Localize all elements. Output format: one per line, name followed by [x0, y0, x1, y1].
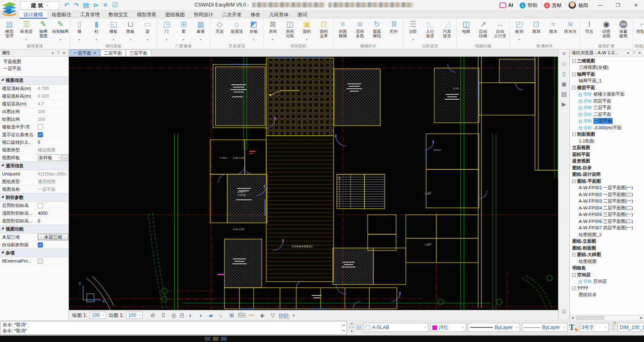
pin-icon[interactable]: ⊤	[631, 51, 637, 55]
ribbon-item-门[interactable]: ◳门▾	[158, 19, 175, 41]
prop-value[interactable]: 100	[38, 117, 45, 122]
prop-button-本层三维[interactable]: 本层三维	[38, 234, 68, 240]
color-combo[interactable]: 洋红˅	[430, 323, 466, 332]
ribbon-item-板洞[interactable]: ◰板洞▾	[511, 19, 528, 41]
copy-sheet-icon[interactable]: ▣	[561, 81, 567, 87]
layer-combo[interactable]: A-SLAB˅	[364, 323, 428, 332]
command-line[interactable]: 命令: *取消* 命令: *取消* ▲▼	[0, 321, 347, 335]
snap-center-icon[interactable]: ◎	[169, 312, 178, 318]
tree-node-A-W-FP002 一层平面图(二)[interactable]: A-W-FP002 一层平面图(二)	[570, 191, 644, 198]
tree-node-面积平面[interactable]: 面积平面	[570, 151, 644, 158]
command-scrollbar[interactable]: ▲▼	[341, 322, 346, 334]
ribbon-item-房间[interactable]: ⊠房间▾	[264, 19, 281, 41]
ribbon-item-面积[interactable]: ▣面积▾	[298, 19, 315, 41]
prop-checkbox[interactable]	[38, 203, 43, 208]
lock-icon[interactable]	[180, 315, 184, 318]
ribbon-item-散水[interactable]: ≈散水	[545, 19, 562, 38]
tree-node-楼层平面[interactable]: −楼层平面	[570, 84, 644, 91]
linetype-combo[interactable]: ByLayer˅	[468, 323, 520, 332]
out-scale-combo[interactable]: 100˅	[126, 312, 143, 319]
prop-value[interactable]: 0.000	[38, 94, 49, 98]
menu-tab-测试[interactable]: 测试	[293, 11, 311, 19]
collaborators-icon[interactable]: ☺	[561, 60, 567, 67]
tree-node-A-W-FP004 二层平面图(二)[interactable]: A-W-FP004 二层平面图(二)	[570, 205, 644, 212]
expand-icon[interactable]: −	[572, 86, 576, 90]
tree-node-空间层[interactable]: −空间层	[570, 271, 644, 278]
tree-node-三维视图[interactable]: −三维视图	[570, 58, 644, 64]
tree-node--3.000(m)平面[interactable]: 非标-3.000(m)平面	[570, 124, 644, 131]
drawing-canvas[interactable]: S-FB-C2109S-FB-C2109大堂设备检修通道灯±0.000-0.05…	[69, 57, 558, 310]
ribbon-item-楼板[interactable]: ◱楼板▾	[105, 19, 122, 41]
section-视图信息[interactable]: 视图信息	[0, 76, 68, 85]
text-style-icon[interactable]: T	[569, 323, 578, 332]
tree-node-立面视图[interactable]: 立面视图	[570, 145, 644, 152]
ribbon-item-识图成模[interactable]: ◉识图成模	[598, 19, 615, 38]
tree-node-二层平面[interactable]: 非标二层平面	[570, 111, 644, 118]
dim-style-combo[interactable]: DIM_100_100˅	[618, 323, 644, 332]
chevron-down-icon[interactable]: ▾	[625, 51, 631, 55]
tree-node-A-W-FP007 四层平面图(一)[interactable]: A-W-FP007 四层平面图(一)	[570, 225, 644, 232]
tree-node-图纸-剖面图[interactable]: 图纸-剖面图	[570, 245, 644, 252]
tree-node-A-W-FP003 二层平面图(一)[interactable]: A-W-FP003 二层平面图(一)	[570, 198, 644, 205]
ribbon-item-墙[interactable]: ▯墙▾	[71, 19, 88, 41]
ribbon-item-汽车坡道[interactable]: ◿汽车坡道	[439, 19, 456, 38]
panel-arrow-icon[interactable]: ▶	[562, 101, 566, 107]
menu-tab-二次开发[interactable]: 二次开发	[218, 11, 246, 19]
layer-list-icon[interactable]: ☷	[357, 325, 362, 331]
workspace-selector[interactable]: 建 筑˅	[20, 1, 59, 10]
ribbon-item-轴网视图[interactable]: ✎轴网视图	[35, 19, 52, 38]
ribbon-item-梁[interactable]: ▭梁▾	[139, 19, 156, 41]
menu-tab-几何形体[interactable]: 几何形体	[265, 11, 293, 19]
tree-node-图纸-设计说明[interactable]: 图纸-设计说明	[570, 171, 644, 178]
tree-node-明细表[interactable]: 明细表	[570, 265, 644, 272]
prop-value[interactable]: 4.700	[38, 86, 49, 91]
scroll-left-icon[interactable]: ◄	[570, 316, 575, 320]
overlap-paste-icon[interactable]	[284, 314, 288, 317]
section-box-icon[interactable]: ▰	[206, 312, 215, 318]
prop-value[interactable]: 0	[38, 218, 40, 223]
ribbon-item-层间多跑[interactable]: ≋层间多跑	[351, 19, 368, 38]
expand-icon[interactable]: −	[572, 286, 576, 290]
prop-value[interactable]: 4111fdac-285c	[38, 171, 66, 176]
ribbon-item-窗[interactable]: ⊞窗▾	[175, 19, 192, 41]
linework-icon[interactable]: ▪▪▪	[247, 313, 256, 317]
ribbon-item-栏杆[interactable]: Ⅲ栏杆	[385, 19, 402, 38]
minimize-button[interactable]: —	[595, 2, 606, 8]
user-account[interactable]: 杨阳	[568, 1, 588, 9]
stretch-icon[interactable]: ↔	[217, 312, 226, 318]
close-button[interactable]: ✕	[630, 2, 642, 8]
ribbon-item-节点[interactable]: Ⅰ节点	[581, 19, 598, 38]
ribbon-item-幕墙[interactable]: ▦幕墙▾	[192, 19, 209, 41]
menu-tab-绘图标注[interactable]: 绘图标注	[48, 11, 75, 19]
tree-node-????[interactable]: −????	[570, 285, 644, 292]
tree-node-图纸-大样图[interactable]: −图纸-大样图	[570, 252, 644, 259]
scrollbar-thumb[interactable]	[576, 316, 604, 320]
prop-browse-button[interactable]: ...	[62, 154, 68, 161]
tree-node-A-W-FP006 三层平面图(二)[interactable]: A-W-FP006 三层平面图(二)	[570, 218, 644, 225]
expand-icon[interactable]: −	[572, 133, 576, 136]
prop-value[interactable]: 一层平面	[38, 186, 56, 192]
menu-tab-修改[interactable]: 修改	[246, 11, 264, 19]
view-tab-二层平面[interactable]: 二层平面	[101, 49, 126, 56]
tree-node-图纸-平面图[interactable]: −图纸-平面图	[570, 178, 644, 185]
ribbon-item-坡屋顶[interactable]: ⌂坡屋顶	[228, 19, 245, 38]
hide-objects-icon[interactable]: ⊘	[148, 312, 157, 318]
ai-button[interactable]: AI	[499, 2, 513, 8]
user-settings-icon[interactable]: ☺	[561, 308, 567, 314]
expand-icon[interactable]: −	[572, 59, 576, 63]
prop-combo[interactable]: 新样板˅	[38, 154, 61, 161]
ribbon-item-面积边界[interactable]: ⊡面积边界	[315, 19, 332, 38]
ribbon-item-电梯[interactable]: ◫电梯	[458, 19, 475, 38]
grid-dots-icon[interactable]: ⠿	[159, 312, 168, 318]
ribbon-item-柱[interactable]: ▮柱▾	[88, 19, 105, 41]
tree-node-提资视图[interactable]: 提资视图	[570, 158, 644, 165]
section-剖切参数[interactable]: 剖切参数	[0, 193, 68, 202]
tree-node-裙楼小屋面平面[interactable]: 非标裙楼小屋面平面	[570, 91, 644, 98]
ribbon-item-楼层管理[interactable]: ▤楼层管理	[1, 19, 18, 38]
ribbon-item-折跑楼梯[interactable]: ≡折跑楼梯	[334, 19, 351, 38]
close-tab-icon[interactable]: ✕	[93, 50, 96, 56]
hatch-style-icon[interactable]: ▨	[561, 91, 567, 97]
prop-value[interactable]: 楼层视图	[38, 147, 56, 153]
ribbon-item-墙洞[interactable]: ⊡墙洞	[528, 19, 545, 38]
close-icon[interactable]: ✕	[637, 51, 642, 55]
